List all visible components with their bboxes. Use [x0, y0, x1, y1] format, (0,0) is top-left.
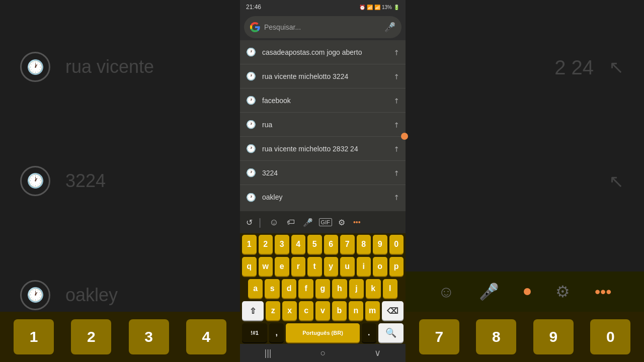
nav-home-icon[interactable]: ○	[320, 348, 326, 358]
kb-key-q[interactable]: q	[242, 257, 257, 276]
kb-key-2[interactable]: 2	[259, 235, 273, 254]
kb-key-numbers[interactable]: !#1	[242, 323, 267, 342]
toolbar-settings-icon[interactable]: ⚙	[336, 216, 347, 229]
kb-row-asdf: a s d f g h j k l	[240, 278, 406, 300]
bg-arrow-2: ↖	[609, 171, 624, 192]
kb-key-4[interactable]: 4	[291, 235, 306, 254]
suggestion-item-1[interactable]: 🕐 casadeapostas.com jogo aberto ↗	[240, 40, 406, 64]
arrow-icon-6: ↗	[391, 168, 401, 178]
mic-icon[interactable]: 🎤	[384, 22, 395, 33]
kb-key-c[interactable]: c	[299, 301, 313, 320]
kb-key-x[interactable]: x	[282, 301, 297, 320]
clock-icon-7: 🕐	[246, 193, 256, 202]
bg-right-item-1: 2 24 ↖	[416, 51, 634, 84]
kb-key-1[interactable]: 1	[242, 235, 257, 254]
clock-icon-4: 🕐	[246, 120, 256, 129]
search-bar[interactable]: Pesquisar... 🎤	[244, 16, 401, 38]
kb-key-k[interactable]: k	[366, 279, 380, 298]
nav-menu-icon[interactable]: |||	[265, 348, 272, 358]
kb-key-m[interactable]: m	[365, 301, 380, 320]
kb-key-u[interactable]: u	[340, 257, 355, 276]
kb-key-comma[interactable]: ,	[269, 323, 284, 342]
kb-key-e[interactable]: e	[275, 257, 289, 276]
suggestion-item-5[interactable]: 🕐 rua vicente michelotto 2832 24 ↗	[240, 137, 406, 161]
suggestion-item-7[interactable]: 🕐 oakley ↗	[240, 185, 406, 209]
kb-key-l[interactable]: l	[383, 279, 397, 298]
toolbar-emoji-icon[interactable]: ☺	[267, 215, 280, 230]
kb-key-z[interactable]: z	[266, 301, 280, 320]
kb-key-period[interactable]: .	[362, 323, 376, 342]
bg-key-0: 0	[590, 319, 630, 354]
alarm-icon: ⏰	[359, 5, 365, 10]
kb-key-a[interactable]: a	[248, 279, 263, 298]
toolbar-refresh-icon[interactable]: ↺	[244, 216, 255, 229]
bg-text-1: rua vicente	[65, 56, 154, 77]
kb-key-space[interactable]: Português (BR)	[286, 323, 359, 342]
kb-key-6[interactable]: 6	[324, 235, 339, 254]
clock-icon-5: 🕐	[246, 144, 256, 153]
orange-dot	[401, 133, 408, 140]
suggestion-text-6: 3224	[262, 169, 387, 177]
kb-key-t[interactable]: t	[307, 257, 322, 276]
kb-key-h[interactable]: h	[332, 279, 347, 298]
status-time: 21:46	[246, 4, 261, 11]
kb-key-p[interactable]: p	[389, 257, 404, 276]
kb-key-i[interactable]: i	[357, 257, 371, 276]
keyboard-toolbar: ↺ | ☺ 🏷 🎤 GIF ⚙ •••	[240, 211, 406, 233]
kb-key-shift[interactable]: ⇧	[242, 301, 264, 320]
kb-key-v[interactable]: v	[315, 301, 330, 320]
suggestion-text-4: rua	[262, 121, 387, 129]
kb-key-n[interactable]: n	[349, 301, 363, 320]
background-left: 🕐 rua vicente 🕐 3224 🕐 oakley 1 2 3 4	[0, 0, 240, 362]
keyboard: 1 2 3 4 5 6 7 8 9 0 q w e r t y u i o p …	[240, 233, 406, 344]
kb-key-j[interactable]: j	[349, 279, 364, 298]
bg-clock-icon-1: 🕐	[20, 52, 50, 82]
kb-key-search[interactable]: 🔍	[378, 323, 404, 342]
kb-key-g[interactable]: g	[315, 279, 330, 298]
kb-key-8[interactable]: 8	[357, 235, 371, 254]
bg-key-3: 3	[129, 319, 169, 354]
kb-key-5[interactable]: 5	[307, 235, 322, 254]
bg-toolbar-gear: ⚙	[555, 282, 570, 301]
toolbar-mic-icon[interactable]: 🎤	[301, 216, 315, 229]
suggestion-item-4[interactable]: 🕐 rua ↗	[240, 113, 406, 137]
suggestion-text-5: rua vicente michelotto 2832 24	[262, 145, 387, 153]
bg-toolbar-mic: 🎤	[479, 282, 499, 301]
kb-key-o[interactable]: o	[373, 257, 387, 276]
clock-icon-1: 🕐	[246, 47, 256, 57]
nav-back-icon[interactable]: ∨	[374, 347, 381, 358]
kb-key-y[interactable]: y	[324, 257, 339, 276]
kb-key-f[interactable]: f	[298, 279, 313, 298]
bg-key-2: 2	[71, 319, 111, 354]
toolbar-more-icon[interactable]: •••	[351, 216, 363, 228]
bg-item-3: 🕐 oakley	[10, 275, 230, 315]
clock-icon-2: 🕐	[246, 71, 256, 81]
kb-key-0[interactable]: 0	[389, 235, 404, 254]
suggestion-item-3[interactable]: 🕐 facebook ↗	[240, 88, 406, 113]
kb-key-7[interactable]: 7	[340, 235, 355, 254]
kb-key-b[interactable]: b	[332, 301, 347, 320]
bg-item-2: 🕐 3224	[10, 161, 230, 201]
status-bar: 21:46 ⏰ 📶 📶 13% 🔋	[240, 0, 406, 14]
battery-indicator: 13%	[382, 5, 392, 10]
kb-key-s[interactable]: s	[265, 279, 279, 298]
bg-right-item-2: ↖	[416, 166, 634, 197]
kb-key-backspace[interactable]: ⌫	[382, 301, 404, 320]
kb-key-w[interactable]: w	[259, 257, 273, 276]
suggestion-item-2[interactable]: 🕐 rua vicente michelotto 3224 ↗	[240, 64, 406, 88]
suggestion-item-6[interactable]: 🕐 3224 ↗	[240, 161, 406, 185]
arrow-icon-2: ↗	[391, 71, 401, 81]
kb-key-d[interactable]: d	[282, 279, 296, 298]
kb-key-3[interactable]: 3	[275, 235, 289, 254]
background-right: 2 24 ↖ ↖ ↖ ☺ 🎤 ⚙ ••• 7 8 9 0	[406, 0, 644, 362]
kb-key-r[interactable]: r	[291, 257, 306, 276]
toolbar-sticker-icon[interactable]: 🏷	[285, 216, 297, 229]
suggestion-text-3: facebook	[262, 97, 387, 105]
toolbar-gif-icon[interactable]: GIF	[319, 218, 332, 226]
kb-key-9[interactable]: 9	[373, 235, 387, 254]
kb-row-zxcv: ⇧ z x c v b n m ⌫	[240, 300, 406, 322]
search-input-placeholder[interactable]: Pesquisar...	[264, 23, 380, 31]
suggestions-list: 🕐 casadeapostas.com jogo aberto ↗ 🕐 rua …	[240, 40, 406, 211]
bg-item-1: 🕐 rua vicente	[10, 47, 230, 87]
nav-bar: ||| ○ ∨	[240, 344, 406, 362]
